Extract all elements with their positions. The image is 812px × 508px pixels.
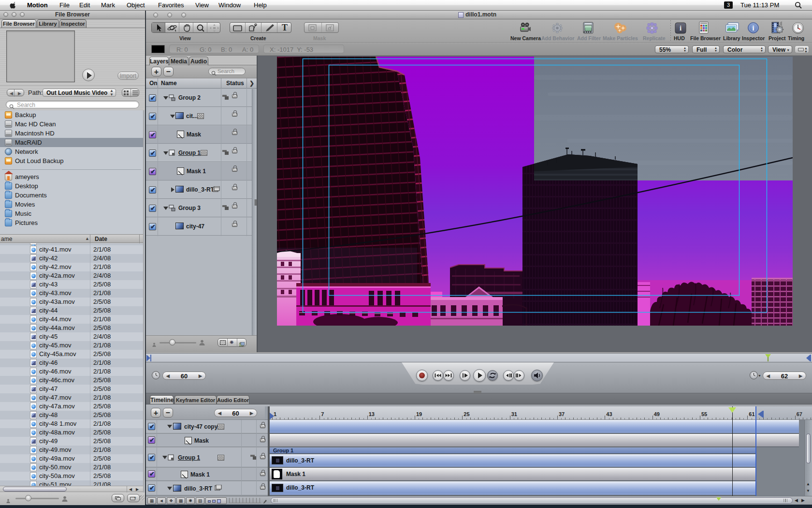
svg-text:i: i bbox=[680, 24, 682, 32]
svg-text:i: i bbox=[753, 25, 754, 32]
